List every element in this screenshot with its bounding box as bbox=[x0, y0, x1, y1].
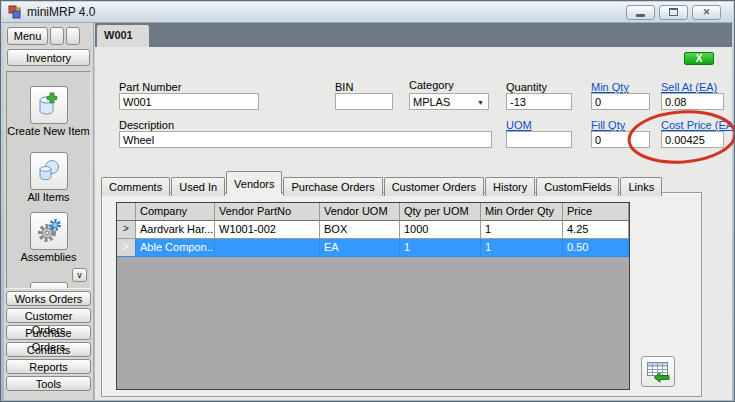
main-area: W001 X Part Number BIN Category Quantity… bbox=[95, 23, 732, 400]
tab-customfields[interactable]: CustomFields bbox=[536, 177, 619, 196]
quantity-field[interactable] bbox=[506, 93, 572, 110]
tab-customer-orders[interactable]: Customer Orders bbox=[384, 177, 484, 196]
category-label: Category bbox=[409, 79, 454, 91]
vendors-tab-page: Company Vendor PartNo Vendor UOM Qty per… bbox=[101, 192, 702, 397]
close-icon: ✕ bbox=[703, 8, 711, 17]
sell-at-field[interactable] bbox=[661, 93, 724, 110]
part-number-field[interactable] bbox=[119, 93, 259, 110]
uom-field[interactable] bbox=[506, 131, 572, 148]
sidebar-item-customer-orders[interactable]: Customer Orders bbox=[6, 308, 91, 323]
cell-price[interactable]: 4.25 bbox=[563, 221, 629, 239]
window-title: miniMRP 4.0 bbox=[27, 5, 95, 19]
description-field[interactable] bbox=[119, 131, 492, 148]
menu-button[interactable]: Menu bbox=[7, 27, 48, 45]
minimize-icon bbox=[636, 14, 645, 17]
toolbar-blank-button-2[interactable] bbox=[66, 27, 80, 45]
close-button[interactable]: ✕ bbox=[692, 5, 721, 20]
cost-price-link[interactable]: Cost Price (EA) bbox=[661, 119, 735, 131]
all-items-label: All Items bbox=[7, 192, 90, 204]
tab-purchase-orders[interactable]: Purchase Orders bbox=[283, 177, 382, 196]
item-form: X Part Number BIN Category Quantity Min … bbox=[95, 47, 732, 400]
part-number-label: Part Number bbox=[119, 81, 181, 93]
document-tabstrip: W001 bbox=[95, 23, 732, 47]
all-items-button[interactable] bbox=[30, 152, 68, 190]
cell-min-order-qty[interactable]: 1 bbox=[481, 239, 563, 257]
tab-links[interactable]: Links bbox=[620, 177, 662, 196]
minimize-button[interactable] bbox=[626, 5, 655, 20]
uom-link[interactable]: UOM bbox=[506, 119, 532, 131]
row-selector[interactable]: > bbox=[117, 221, 136, 239]
maximize-button[interactable] bbox=[659, 5, 688, 20]
panel-scroll-down-button[interactable]: v bbox=[72, 268, 87, 282]
detail-tabs: CommentsUsed InVendorsPurchase OrdersCus… bbox=[101, 171, 663, 193]
menu-row: Menu bbox=[7, 27, 80, 45]
header-selector-cell bbox=[117, 203, 136, 221]
fill-qty-field[interactable] bbox=[591, 131, 650, 148]
sidebar-item-purchase-orders[interactable]: Purchase Orders bbox=[6, 325, 91, 340]
sidebar-item-reports[interactable]: Reports bbox=[6, 359, 91, 374]
create-new-item-button[interactable] bbox=[30, 86, 68, 124]
fill-qty-link[interactable]: Fill Qty bbox=[591, 119, 625, 131]
tab-comments[interactable]: Comments bbox=[101, 177, 170, 196]
chevron-down-icon: ▼ bbox=[477, 99, 484, 106]
assemblies-icon bbox=[36, 218, 62, 244]
assemblies-button[interactable] bbox=[30, 212, 68, 250]
cell-qty-per-uom[interactable]: 1000 bbox=[400, 221, 481, 239]
maximize-icon bbox=[669, 8, 678, 16]
column-header-vendor-partno[interactable]: Vendor PartNo bbox=[215, 203, 320, 221]
sidebar: Menu Inventory Create New Item bbox=[4, 23, 94, 400]
export-grid-button[interactable] bbox=[641, 356, 675, 387]
sell-at-link[interactable]: Sell At (EA) bbox=[661, 81, 717, 93]
category-dropdown[interactable]: MPLAS ▼ bbox=[409, 93, 489, 110]
column-header-price[interactable]: Price bbox=[563, 203, 629, 221]
cell-qty-per-uom[interactable]: 1 bbox=[400, 239, 481, 257]
cell-vendor-partno[interactable]: W1001-002 bbox=[215, 221, 320, 239]
min-qty-link[interactable]: Min Qty bbox=[591, 81, 629, 93]
partial-icon-button[interactable] bbox=[30, 282, 68, 289]
cell-vendor-uom[interactable]: EA bbox=[320, 239, 400, 257]
create-new-item-icon bbox=[36, 92, 62, 118]
row-selector[interactable]: > bbox=[117, 239, 136, 257]
description-label: Description bbox=[119, 119, 174, 131]
column-header-qty-per-uom[interactable]: Qty per UOM bbox=[400, 203, 481, 221]
tab-used-in[interactable]: Used In bbox=[171, 177, 225, 196]
toolbar-blank-button-1[interactable] bbox=[50, 27, 64, 45]
cost-price-field[interactable] bbox=[661, 131, 724, 148]
sidebar-item-works-orders[interactable]: Works Orders bbox=[6, 291, 91, 306]
titlebar: miniMRP 4.0 ✕ bbox=[2, 2, 733, 23]
tab-history[interactable]: History bbox=[485, 177, 535, 196]
table-row[interactable]: > Aardvark Har... W1001-002 BOX 1000 1 4… bbox=[117, 221, 629, 239]
cell-company[interactable]: Able Compon... bbox=[136, 239, 215, 257]
quantity-label: Quantity bbox=[506, 81, 547, 93]
app-icon bbox=[8, 5, 22, 19]
cell-company[interactable]: Aardvark Har... bbox=[136, 221, 215, 239]
cell-vendor-uom[interactable]: BOX bbox=[320, 221, 400, 239]
create-new-item-label: Create New Item bbox=[7, 126, 90, 138]
cell-price[interactable]: 0.50 bbox=[563, 239, 629, 257]
close-item-tab-button[interactable]: X bbox=[684, 52, 714, 65]
sidebar-nav: Works Orders Customer Orders Purchase Or… bbox=[6, 291, 91, 393]
window-controls: ✕ bbox=[626, 5, 727, 20]
inventory-tool-panel: Create New Item All Items Assembli bbox=[6, 71, 91, 289]
cell-vendor-partno[interactable] bbox=[215, 239, 320, 257]
column-header-vendor-uom[interactable]: Vendor UOM bbox=[320, 203, 400, 221]
cell-min-order-qty[interactable]: 1 bbox=[481, 221, 563, 239]
sidebar-item-tools[interactable]: Tools bbox=[6, 376, 91, 391]
inventory-button[interactable]: Inventory bbox=[7, 49, 90, 66]
all-items-icon bbox=[36, 158, 62, 184]
app-window: miniMRP 4.0 ✕ Menu Inventory Create New … bbox=[0, 0, 735, 402]
table-row[interactable]: > Able Compon... EA 1 1 0.50 bbox=[117, 239, 629, 257]
category-value: MPLAS bbox=[413, 96, 450, 108]
min-qty-field[interactable] bbox=[591, 93, 650, 110]
grid-header-row: Company Vendor PartNo Vendor UOM Qty per… bbox=[117, 203, 629, 221]
sidebar-item-contacts[interactable]: Contacts bbox=[6, 342, 91, 357]
tab-vendors[interactable]: Vendors bbox=[226, 171, 282, 194]
document-tab-w001[interactable]: W001 bbox=[97, 25, 149, 47]
bin-label: BIN bbox=[335, 81, 353, 93]
bin-field[interactable] bbox=[335, 93, 393, 110]
vendors-grid: Company Vendor PartNo Vendor UOM Qty per… bbox=[116, 202, 630, 390]
column-header-company[interactable]: Company bbox=[136, 203, 215, 221]
assemblies-label: Assemblies bbox=[7, 252, 90, 264]
export-table-icon bbox=[646, 361, 670, 383]
column-header-min-order-qty[interactable]: Min Order Qty bbox=[481, 203, 563, 221]
